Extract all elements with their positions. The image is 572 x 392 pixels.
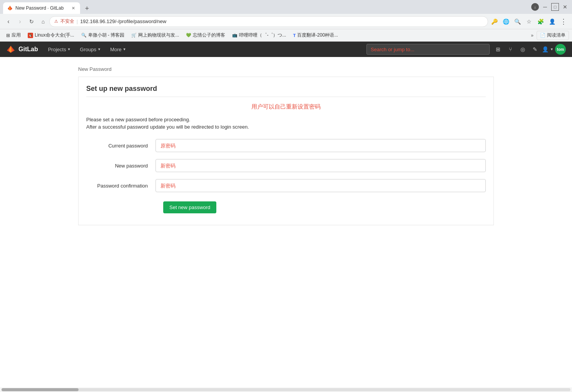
active-tab[interactable]: New Password · GitLab ✕ [3,2,80,14]
translate-icon[interactable]: 🌐 [500,16,511,27]
bookmarks-more-button[interactable]: » [529,33,536,38]
security-label: 不安全 [60,18,74,25]
bookmark-icon[interactable]: ☆ [523,16,534,27]
tab-title: New Password · GitLab [15,5,68,11]
current-password-group: Current password [86,139,486,152]
groups-nav-item[interactable]: Groups ▼ [76,44,105,55]
page-content: New Password Set up new password 用户可以自己重… [0,57,572,387]
url-text: 192.168.96.129/-/profile/password/new [80,18,483,24]
bilibili-favicon: 📺 [232,33,237,38]
password-confirmation-label: Password confirmation [86,183,156,189]
tab-favicon [7,5,13,11]
scrollbar-track [2,388,570,391]
minimize-button[interactable]: ─ [541,3,549,11]
key-icon[interactable]: 🔑 [489,16,500,27]
gitlab-issues-icon[interactable]: ◎ [517,44,528,55]
info-line2: After a successful password update you w… [86,124,486,130]
baidu-label: 百度翻译-200种语... [297,32,338,39]
set-password-button[interactable]: Set new password [163,201,216,213]
bookmark-baidu[interactable]: T 百度翻译-200种语... [290,31,341,40]
gitlab-nav-items: Projects ▼ Groups ▼ More ▼ [44,44,130,55]
new-password-group: New password [86,159,486,172]
projects-label: Projects [48,47,66,52]
bookmark-shopping[interactable]: 🛒 网上购物现状与发... [128,31,182,40]
gitlab-merge-icon[interactable]: ⑂ [505,44,516,55]
scrollbar-container[interactable] [0,387,572,392]
gitlab-navbar: GitLab Projects ▼ Groups ▼ More ▼ ⊞ ⑂ ◎ … [0,42,572,57]
projects-nav-item[interactable]: Projects ▼ [44,44,75,55]
gitlab-logo[interactable]: GitLab [6,45,38,54]
groups-chevron: ▼ [97,47,101,51]
groups-label: Groups [80,47,97,52]
back-button[interactable]: ‹ [3,16,14,27]
linux-favicon: 🐧 [28,33,33,38]
breadcrumb-text: New Password [78,66,112,72]
new-tab-button[interactable]: + [82,3,92,14]
annotation-text: 用户可以自己重新设置密码 [86,103,486,111]
reading-list-button[interactable]: 📄 阅读清单 [537,31,569,40]
baidu-favicon: T [293,33,296,38]
tab-close-icon[interactable]: ✕ [70,5,76,11]
bookmarks-bar: ⊞ 应用 🐧 Linux命令大全(手... 🔍 卑微小胡 - 博客园 🛒 网上购… [0,29,572,42]
zoom-icon[interactable]: 🔍 [512,16,523,27]
section-divider [86,97,486,97]
blog-label: 忘情公子的博客 [193,32,225,39]
password-confirmation-input[interactable] [156,179,486,192]
projects-chevron: ▼ [67,47,71,51]
nav-bar: ‹ › ↻ ⌂ ⚠ 不安全 | 192.168.96.129/-/profile… [0,14,572,29]
info-line1: Please set a new password before proceed… [86,117,486,122]
window-controls: ↓ ─ □ ✕ [531,3,569,11]
profile-icon[interactable]: 👤 [547,16,557,27]
gitlab-search-input[interactable] [366,44,490,55]
more-options-icon[interactable]: ⋮ [558,16,569,27]
apps-icon: ⊞ [6,33,10,38]
extension-icon[interactable]: ↓ [531,3,539,11]
gitlab-search-container[interactable] [366,44,490,55]
gitlab-logo-text: GitLab [18,46,38,53]
more-label: More [110,47,122,52]
blog-favicon: 💚 [186,33,191,38]
linux-label: Linux命令大全(手... [35,32,74,39]
forward-button[interactable]: › [15,16,25,27]
extensions-icon[interactable]: 🧩 [535,16,546,27]
bookmark-linux[interactable]: 🐧 Linux命令大全(手... [25,31,77,40]
page-inner: New Password Set up new password 用户可以自己重… [63,57,509,231]
avatar-initials: tom [557,47,564,52]
gitlab-avatar[interactable]: tom [555,44,566,55]
bookmark-blog[interactable]: 💚 忘情公子的博客 [183,31,228,40]
reload-button[interactable]: ↻ [26,16,37,27]
bookmark-cnblogs[interactable]: 🔍 卑微小胡 - 博客园 [78,31,128,40]
reading-list-label: 阅读清单 [547,32,565,39]
new-password-input[interactable] [156,159,486,172]
maximize-button[interactable]: □ [551,3,559,11]
gitlab-right-icons: ⊞ ⑂ ◎ ✎ 👤 ▼ tom [493,44,566,55]
bookmark-apps[interactable]: ⊞ 应用 [3,31,24,40]
bookmark-bilibili[interactable]: 📺 哔哩哔哩（゜-゜）つ... [229,31,289,40]
submit-container: Set new password [86,201,486,213]
gitlab-edit-icon[interactable]: ✎ [530,44,540,55]
current-password-input[interactable] [156,139,486,152]
more-nav-item[interactable]: More ▼ [106,44,130,55]
close-button[interactable]: ✕ [561,3,569,11]
nav-right-icons: 🔑 🌐 🔍 ☆ 🧩 👤 ⋮ [489,16,569,27]
gitlab-logo-icon [6,45,15,54]
bilibili-label: 哔哩哔哩（゜-゜）つ... [239,32,286,39]
address-bar[interactable]: ⚠ 不安全 | 192.168.96.129/-/profile/passwor… [49,16,488,27]
section-title: Set up new password [86,85,486,93]
separator: | [77,19,78,24]
gitlab-dashboard-icon[interactable]: ⊞ [493,44,503,55]
home-button[interactable]: ⌂ [38,16,49,27]
shopping-label: 网上购物现状与发... [138,32,179,39]
cnblogs-label: 卑微小胡 - 博客园 [88,32,125,39]
security-warning-icon: ⚠ [54,19,58,24]
current-password-label: Current password [86,143,156,149]
scrollbar-thumb[interactable] [2,388,79,391]
more-chevron: ▼ [123,47,126,51]
breadcrumb: New Password [78,63,494,77]
tab-bar: New Password · GitLab ✕ + [3,0,528,14]
submit-label: Set new password [169,204,210,210]
password-confirmation-group: Password confirmation [86,179,486,192]
gitlab-user-menu[interactable]: 👤 ▼ [542,46,554,52]
new-password-label: New password [86,163,156,169]
gitlab-user-icon: 👤 [542,46,549,52]
